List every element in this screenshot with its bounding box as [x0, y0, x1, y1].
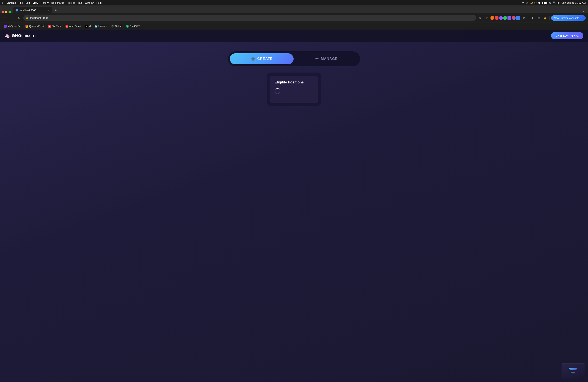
- close-window-btn[interactable]: [1, 11, 4, 13]
- bookmark-linkedin[interactable]: in Linkedin: [93, 24, 109, 28]
- menu-profiles[interactable]: Profiles: [67, 1, 75, 4]
- bookmark-label-arsh-gmail: Arsh Gmail: [69, 25, 81, 28]
- menu-history[interactable]: History: [41, 1, 49, 4]
- ext-icon-7[interactable]: [516, 16, 520, 20]
- toolbar-actions: 👁 ☆ ⧉ ⬇ ▤ 🧑 New Chrome available ⋮: [478, 15, 586, 21]
- bookmark-queens-email[interactable]: Queens Email: [24, 24, 46, 28]
- create-tab-icon: ➕: [251, 57, 255, 61]
- new-chrome-dots-icon: ⋮: [580, 17, 583, 20]
- logo-bold: GHO: [12, 33, 21, 38]
- snowflake-icon[interactable]: ✳: [526, 1, 528, 4]
- app-content: 🦄 GHOunicorns 0X1FEA••••1771 ➕ CREATE: [0, 30, 588, 382]
- ext-icon-4[interactable]: [503, 16, 507, 20]
- music-icon[interactable]: ⏺: [538, 1, 541, 4]
- menubar-datetime: Sun Jan 21 11:17 AM: [562, 1, 586, 4]
- sidebar-icon[interactable]: ▤: [536, 15, 542, 21]
- toolbar-divider-2: [549, 16, 549, 20]
- positions-card: Eligible Positions: [270, 76, 318, 103]
- menu-window[interactable]: Window: [84, 1, 94, 4]
- browser-tab-active[interactable]: localhost:3000 ✕: [13, 7, 52, 13]
- address-bar[interactable]: 🔒 localhost:3000: [23, 15, 476, 21]
- tab-bar: localhost:3000 ✕ + ⌄: [0, 5, 588, 13]
- menubar-system-icons: 🎙 ✳ 🌙 ⬡ ⏺ ▮▮▮▮ ⊚ 🔍 ⊞: [522, 1, 560, 4]
- minimize-window-btn[interactable]: [5, 11, 7, 13]
- back-btn[interactable]: ←: [2, 15, 8, 21]
- bookmark-label-github: Github: [115, 25, 122, 28]
- tab-close-btn[interactable]: ✕: [47, 9, 50, 12]
- download-icon[interactable]: ⬇: [530, 15, 535, 21]
- menu-chrome[interactable]: Chrome: [6, 1, 16, 4]
- manage-tab-btn[interactable]: MANAGE: [294, 53, 358, 64]
- menu-file[interactable]: File: [19, 1, 23, 4]
- bookmark-label-medium: M: [89, 25, 91, 28]
- browser-chrome: localhost:3000 ✕ + ⌄ ← → ↻ 🔒 localhost:3…: [0, 5, 588, 30]
- bookmark-chatgpt[interactable]: ⚙ ChatGPT: [125, 24, 141, 28]
- battery-icon: ▮▮▮▮: [542, 1, 547, 4]
- bookmark-favicon-arsh-gmail: M: [65, 25, 68, 28]
- toolbar: ← → ↻ 🔒 localhost:3000 👁 ☆ ⧉ ⬇ ▤ 🧑: [0, 13, 588, 22]
- bookmark-favicon-linkedin: in: [95, 25, 97, 28]
- bookmark-star-icon[interactable]: ☆: [484, 15, 489, 21]
- bluetooth-icon[interactable]: ⬡: [534, 1, 536, 4]
- ext-icon-2[interactable]: [495, 16, 499, 20]
- app-main: ➕ CREATE MANAGE Eligible Positions: [0, 42, 588, 382]
- app-header-right: 0X1FEA••••1771: [551, 32, 583, 39]
- ext-icon-3[interactable]: [499, 16, 503, 20]
- bookmark-arsh-gmail[interactable]: M Arsh Gmail: [64, 24, 83, 28]
- profile-icon[interactable]: 🧑: [542, 15, 548, 21]
- control-center-icon[interactable]: ⊞: [557, 1, 560, 4]
- bookmark-label-youtube: YouTube: [52, 25, 62, 28]
- tab-favicon: [16, 9, 18, 11]
- ext-icon-6[interactable]: [512, 16, 516, 20]
- bookmark-favicon-github: ⎔: [111, 25, 114, 28]
- bookmark-label-chatgpt: ChatGPT: [130, 25, 140, 28]
- bookmark-favicon-youtube: [48, 25, 51, 28]
- app-logo: 🦄 GHOunicorns: [5, 33, 38, 38]
- chrome-expand-btn[interactable]: ⌄: [581, 9, 587, 13]
- bookmark-github[interactable]: ⎔ Github: [110, 24, 124, 28]
- bookmark-label-myqueens: MyQueen'sU: [8, 25, 21, 28]
- ext-icon-5[interactable]: [507, 16, 511, 20]
- create-tab-btn[interactable]: ➕ CREATE: [230, 53, 294, 64]
- tabs-container: ➕ CREATE MANAGE: [228, 51, 360, 66]
- new-chrome-btn[interactable]: New Chrome available ⋮: [551, 15, 586, 21]
- mic-icon[interactable]: 🎙: [522, 1, 525, 4]
- extensions-icon[interactable]: ⧉: [521, 15, 526, 21]
- app-header: 🦄 GHOunicorns 0X1FEA••••1771: [0, 30, 588, 42]
- app-logo-text: GHOunicorns: [12, 33, 38, 38]
- maximize-window-btn[interactable]: [9, 11, 11, 13]
- tab-bar-right: ⌄: [581, 9, 587, 13]
- apple-menu[interactable]: : [2, 1, 3, 4]
- menu-view[interactable]: View: [33, 1, 38, 4]
- bookmark-label-linkedin: Linkedin: [98, 25, 107, 28]
- bookmark-label-queens-email: Queens Email: [29, 25, 44, 28]
- menu-edit[interactable]: Edit: [25, 1, 30, 4]
- mini-preview-inner: [562, 363, 585, 379]
- wifi-icon[interactable]: ⊚: [549, 1, 551, 4]
- ext-icon-1[interactable]: [490, 16, 494, 20]
- menu-items: Chrome File Edit View History Bookmarks …: [6, 1, 102, 4]
- bookmark-medium[interactable]: M M: [84, 24, 92, 28]
- bookmark-youtube[interactable]: YouTube: [47, 24, 63, 28]
- manage-tab-icon: [315, 56, 319, 61]
- moon-icon[interactable]: 🌙: [530, 1, 533, 4]
- menu-bookmarks[interactable]: Bookmarks: [51, 1, 64, 4]
- refresh-btn[interactable]: ↻: [16, 15, 22, 21]
- manage-tab-label: MANAGE: [321, 57, 337, 61]
- loading-spinner: [274, 88, 280, 94]
- logo-light: unicorns: [21, 33, 38, 38]
- bookmark-myqueens[interactable]: MyQueen'sU: [2, 24, 23, 28]
- menubar-right: 🎙 ✳ 🌙 ⬡ ⏺ ▮▮▮▮ ⊚ 🔍 ⊞ Sun Jan 21 11:17 AM: [522, 1, 586, 4]
- new-tab-btn[interactable]: +: [53, 8, 58, 13]
- app-logo-icon: 🦄: [5, 33, 10, 38]
- forward-btn[interactable]: →: [9, 15, 15, 21]
- svg-point-0: [316, 58, 317, 59]
- eye-icon[interactable]: 👁: [478, 15, 483, 21]
- new-chrome-label: New Chrome available: [554, 17, 579, 20]
- address-text: localhost:3000: [30, 16, 474, 20]
- search-icon[interactable]: 🔍: [553, 1, 556, 4]
- wallet-button[interactable]: 0X1FEA••••1771: [551, 32, 583, 39]
- tab-title: localhost:3000: [20, 9, 36, 12]
- menu-help[interactable]: Help: [96, 1, 102, 4]
- menu-tab[interactable]: Tab: [78, 1, 82, 4]
